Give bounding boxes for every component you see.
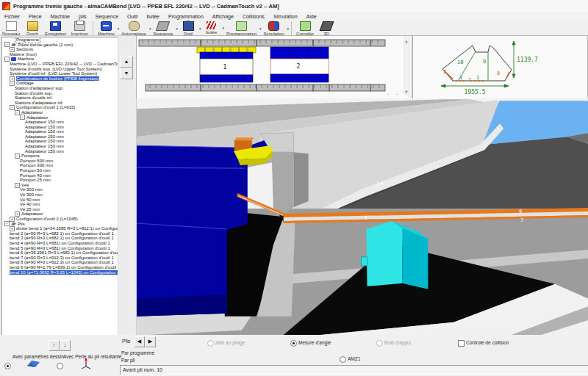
tree-item-label[interactable]: bend 4 (a=90 R=3 L=681) on Configuration…	[10, 241, 110, 246]
toolbar-programmation-button[interactable]: Programmation	[224, 21, 259, 36]
collapse-icon[interactable]: −	[15, 110, 20, 115]
tree-item[interactable]: bend 8 (a=90 R=3 L=912.3) on Configurati…	[2, 260, 118, 265]
tree-item[interactable]: Poinçon 50 mm	[2, 168, 118, 173]
tree-item-label[interactable]: bend 10 (a=71.0692 R=3.65 L=1043) on Con…	[10, 270, 118, 275]
tree-item[interactable]: Stations d'adaptateur inf.	[2, 101, 118, 106]
tree-item[interactable]: Matière (Inox)	[2, 52, 118, 57]
aide-au-pliage-radio[interactable]	[207, 340, 214, 347]
tree-item[interactable]: bend 7 (a=90 R=3 L=912.3) on Configurati…	[2, 256, 118, 261]
tree-item[interactable]: bend 3 (a=90 R=3 L=682.1) on Configurati…	[2, 236, 118, 241]
tree-item-label[interactable]: Vé 50 mm	[20, 198, 40, 203]
tree-item[interactable]: −Plis	[2, 222, 118, 227]
tree-item-label[interactable]: Poinçon 50 mm	[20, 168, 51, 173]
menu-fichier[interactable]: Fichier	[0, 14, 24, 19]
controle-collision-checkbox[interactable]	[458, 340, 465, 347]
tree-item[interactable]: Adaptateur 150 mm	[2, 129, 118, 134]
tree-item-label[interactable]: Vé 300 mm	[20, 192, 43, 198]
tree-item[interactable]: Vé 50 mm	[2, 198, 118, 203]
tree-item[interactable]: Vé 300 mm	[2, 192, 118, 198]
dropdown-arrow-icon[interactable]: ▾	[287, 26, 290, 31]
tree-item-label[interactable]: Adaptateur 150 mm	[25, 139, 64, 144]
tree-item-label[interactable]: bend 7 (a=90 R=3 L=912.3) on Configurati…	[10, 256, 114, 261]
order-down-button[interactable]: ↓	[60, 340, 71, 351]
with-loss-radio[interactable]	[57, 363, 63, 369]
tree-item-label[interactable]: bend 6 (a=35.2961 R=3 L=682.1) on Config…	[10, 250, 118, 256]
previous-bend-button[interactable]: ◀	[134, 336, 145, 347]
menu-collisions[interactable]: Collisions	[238, 14, 269, 19]
tree-item[interactable]: bend 5 (a=90 R=3 L=681) on Configuration…	[2, 246, 118, 251]
tree-item[interactable]: bend 10 (a=71.0692 R=3.65 L=1043) on Con…	[2, 270, 118, 275]
bed-layout-view[interactable]: 1 2 ▲▼ ›‹	[136, 35, 412, 100]
tree-item-label[interactable]: Pièce tremie gauche (2 mm)	[18, 43, 73, 48]
toolbar-nouveau-button[interactable]: Nouveau	[0, 21, 22, 36]
tree-item-label[interactable]: Combinaison de butées (PPEB fingerstop)	[16, 76, 99, 82]
next-bend-button[interactable]: ▶	[145, 336, 156, 347]
menu-sequence[interactable]: Sequence	[91, 14, 123, 19]
toolbar-outil-button[interactable]: Outil	[178, 21, 198, 36]
toolbar-automatique-button[interactable]: Automatique	[119, 21, 148, 36]
tree-item[interactable]: +Adaptateur	[2, 212, 118, 217]
menu-machine[interactable]: Machine	[46, 14, 74, 19]
toolbar-machine-button[interactable]: Machine	[96, 21, 117, 36]
toolbar-butée-button[interactable]: butée	[201, 21, 222, 35]
tree-item-label[interactable]: Vé 40 mm	[20, 202, 40, 207]
collapse-icon[interactable]: −	[10, 81, 15, 86]
tree-item-label[interactable]: divisé bend 1 (a=34.1585 R=3 L=912.1) on…	[16, 226, 118, 231]
tree-item[interactable]: Programme	[2, 37, 118, 43]
tree-item-label[interactable]: Adaptateur	[26, 115, 48, 120]
bed-view-scrollbars[interactable]: ▲▼ ›‹	[387, 37, 409, 96]
tree-item[interactable]: Adaptateur 150 mm	[2, 134, 118, 140]
tree-item-label[interactable]: Station d'outils sup.	[15, 91, 53, 96]
tree-item-label[interactable]: Adaptateur 150 mm	[25, 144, 64, 149]
tree-item[interactable]: Adaptateur 150 mm	[2, 120, 118, 125]
menu-simulation[interactable]: Simulation	[269, 14, 302, 19]
toolbar-3d-button[interactable]: 3D	[316, 21, 337, 36]
tree-item-label[interactable]: Adaptateur	[21, 212, 43, 217]
simulation-3d-view[interactable]: 10 1 8 7	[136, 98, 588, 336]
tree-item[interactable]: −Outillage	[2, 81, 118, 86]
toolbar-enregistrer-button[interactable]: Enregistrer	[43, 21, 68, 36]
tree-item[interactable]: Adaptateur 150 mm	[2, 125, 118, 130]
tree-item-label[interactable]: Poinçon 25 mm	[20, 178, 51, 183]
tree-item-label[interactable]: Stations d'adaptateur inf.	[15, 101, 63, 106]
tree-item[interactable]: −Pièce tremie gauche (2 mm)	[2, 43, 118, 48]
tree-item[interactable]: Système d'outil inf. (LVD Lower Tool Sys…	[2, 71, 118, 76]
tree-item-label[interactable]: bend 2 (a=90 R=3 L=682.1) on Configurati…	[10, 231, 114, 236]
tree-item[interactable]: Stations d'outils inf.	[2, 95, 118, 101]
tree-item[interactable]: +Sections	[2, 47, 118, 52]
collapse-icon[interactable]: −	[4, 221, 10, 226]
tree-item[interactable]: +Combinaison de butées (PPEB fingerstop)	[2, 76, 118, 82]
tree-item[interactable]: Adaptateur 150 mm	[2, 144, 118, 149]
tree-item[interactable]: Système d'outils sup. (LVD Upper Tool Sy…	[2, 67, 118, 72]
tree-item[interactable]: Station d'adaptateur sup.	[2, 86, 118, 91]
menu-outil[interactable]: Outil	[123, 14, 142, 19]
tree-item-label[interactable]: Plis	[18, 222, 25, 227]
amz1-radio[interactable]	[340, 356, 346, 363]
tree-item[interactable]: bend 4 (a=90 R=3 L=681) on Configuration…	[2, 241, 118, 246]
tree-item-label[interactable]: bend 8 (a=90 R=3 L=912.3) on Configurati…	[10, 260, 114, 265]
tree-item-label[interactable]: Adaptateur 150 mm	[25, 129, 64, 134]
tree-item[interactable]: Vé 40 mm	[2, 202, 118, 207]
tree-item-label[interactable]: Stations d'outils inf.	[15, 95, 53, 101]
order-up-button[interactable]: ↑	[49, 340, 60, 351]
tree-item[interactable]: −Vés	[2, 183, 118, 188]
tree-item[interactable]: Adaptateur 150 mm	[2, 139, 118, 144]
menu-plis[interactable]: plis	[74, 14, 91, 19]
tree-item-label[interactable]: Matière (Inox)	[10, 52, 37, 57]
tree-item[interactable]: −Adaptateur	[2, 115, 118, 120]
tree-item-label[interactable]: bend 9 (a=90 R=2.79 L=839.1) on Configur…	[10, 265, 118, 270]
tree-item-label[interactable]: Système d'outil inf. (LVD Lower Tool Sys…	[10, 71, 97, 76]
toolbar-imprimer-button[interactable]: Imprimer	[68, 21, 90, 36]
tree-item-label[interactable]: Machine	[18, 57, 35, 62]
collapse-icon[interactable]: −	[15, 153, 20, 159]
tool-config-1[interactable]: 1	[197, 47, 256, 82]
tree-item[interactable]: bend 2 (a=90 R=3 L=682.1) on Configurati…	[2, 231, 118, 236]
tree-item-label[interactable]: Machine (LVD -- PPEB EFL 220/42 -- LVD -…	[10, 62, 118, 67]
tree-item-label[interactable]: bend 3 (a=90 R=3 L=682.1) on Configurati…	[10, 236, 114, 241]
tree-move-up-button[interactable]: ▲	[120, 56, 133, 68]
collapse-icon[interactable]: −	[20, 115, 25, 120]
tree-item-label[interactable]: Vé 25 mm	[20, 207, 40, 212]
collapse-icon[interactable]: −	[10, 105, 15, 110]
tree-item[interactable]: Machine (LVD -- PPEB EFL 220/42 -- LVD -…	[2, 62, 118, 67]
with-drawing-params-radio[interactable]	[4, 363, 11, 369]
